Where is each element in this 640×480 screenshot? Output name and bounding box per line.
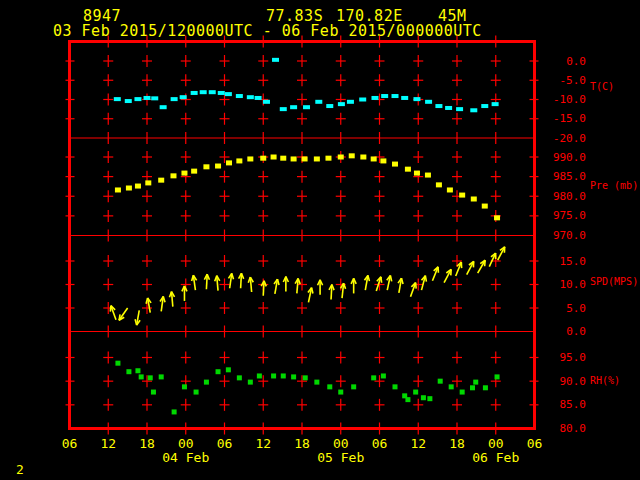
data-point-temperature bbox=[481, 104, 488, 108]
data-point-pressure bbox=[181, 171, 187, 176]
x-axis-date-label: 04 Feb bbox=[162, 451, 209, 464]
data-point-temperature bbox=[456, 107, 463, 111]
x-axis-tick-label: 18 bbox=[294, 437, 310, 450]
y-axis-label-relative_humidity: 95.0 bbox=[560, 352, 587, 363]
data-point-pressure bbox=[215, 164, 221, 169]
plot-line bbox=[110, 306, 111, 312]
x-axis-tick-label: 00 bbox=[488, 437, 504, 450]
data-point-temperature bbox=[347, 100, 354, 104]
data-point-pressure bbox=[170, 173, 176, 178]
data-point-pressure bbox=[349, 153, 355, 158]
data-point-pressure bbox=[226, 160, 232, 165]
x-axis-tick-label: 00 bbox=[333, 437, 349, 450]
x-axis-tick-label: 12 bbox=[255, 437, 271, 450]
x-axis-tick-label: 18 bbox=[449, 437, 465, 450]
x-axis-tick-label: 06 bbox=[217, 437, 233, 450]
data-point-relative_humidity bbox=[470, 385, 475, 390]
data-point-temperature bbox=[359, 98, 366, 102]
data-point-pressure bbox=[405, 167, 411, 172]
data-point-relative_humidity bbox=[159, 374, 164, 379]
y-axis-label-pressure: 990.0 bbox=[553, 152, 586, 163]
y-axis-label-relative_humidity: 80.0 bbox=[560, 423, 587, 434]
data-point-temperature bbox=[160, 105, 167, 109]
data-point-relative_humidity bbox=[303, 375, 308, 380]
data-point-temperature bbox=[263, 100, 270, 104]
data-point-relative_humidity bbox=[172, 409, 177, 414]
data-point-temperature bbox=[171, 97, 178, 101]
data-point-pressure bbox=[436, 182, 442, 187]
data-point-relative_humidity bbox=[483, 385, 488, 390]
data-point-pressure bbox=[459, 193, 465, 198]
data-point-relative_humidity bbox=[291, 374, 296, 379]
data-point-temperature bbox=[470, 108, 477, 112]
data-point-temperature bbox=[425, 100, 432, 104]
data-point-temperature bbox=[401, 96, 408, 100]
data-point-relative_humidity bbox=[381, 373, 386, 378]
data-point-pressure bbox=[447, 187, 453, 192]
x-axis-tick-label: 00 bbox=[178, 437, 194, 450]
data-point-temperature bbox=[151, 96, 158, 100]
data-point-relative_humidity bbox=[338, 390, 343, 395]
panel-unit-label-temperature: T(C) bbox=[590, 82, 614, 92]
data-point-temperature bbox=[392, 94, 399, 98]
data-point-pressure bbox=[360, 155, 366, 160]
data-point-temperature bbox=[315, 100, 322, 104]
data-point-temperature bbox=[191, 91, 198, 95]
y-axis-label-pressure: 985.0 bbox=[553, 171, 586, 182]
data-point-temperature bbox=[445, 106, 452, 110]
data-point-pressure bbox=[260, 156, 266, 161]
x-axis-tick-label: 06 bbox=[527, 437, 543, 450]
data-point-pressure bbox=[371, 156, 377, 161]
data-point-pressure bbox=[494, 215, 500, 220]
data-point-relative_humidity bbox=[182, 384, 187, 389]
data-point-pressure bbox=[338, 155, 344, 160]
data-point-relative_humidity bbox=[126, 369, 131, 374]
data-point-pressure bbox=[236, 158, 242, 163]
meteogram-plot bbox=[0, 0, 640, 480]
data-point-temperature bbox=[236, 94, 243, 98]
data-point-relative_humidity bbox=[351, 384, 356, 389]
data-point-temperature bbox=[209, 90, 216, 94]
data-point-relative_humidity bbox=[139, 374, 144, 379]
data-point-relative_humidity bbox=[115, 361, 120, 366]
data-point-temperature bbox=[247, 95, 254, 99]
data-point-pressure bbox=[380, 158, 386, 163]
data-point-pressure bbox=[135, 184, 141, 189]
y-axis-label-temperature: -5.0 bbox=[560, 75, 587, 86]
data-point-pressure bbox=[291, 156, 297, 161]
y-axis-label-temperature: 0.0 bbox=[566, 56, 586, 67]
data-point-relative_humidity bbox=[393, 384, 398, 389]
data-point-relative_humidity bbox=[421, 395, 426, 400]
data-point-pressure bbox=[314, 156, 320, 161]
y-axis-label-relative_humidity: 90.0 bbox=[560, 376, 587, 387]
data-point-relative_humidity bbox=[314, 380, 319, 385]
y-axis-label-wind_speed: 15.0 bbox=[560, 256, 587, 267]
data-point-relative_humidity bbox=[327, 384, 332, 389]
y-axis-label-wind_speed: 0.0 bbox=[566, 326, 586, 337]
data-point-temperature bbox=[326, 104, 333, 108]
data-point-temperature bbox=[134, 97, 141, 101]
data-point-relative_humidity bbox=[151, 390, 156, 395]
data-point-pressure bbox=[414, 171, 420, 176]
y-axis-label-relative_humidity: 85.0 bbox=[560, 399, 587, 410]
data-point-relative_humidity bbox=[473, 380, 478, 385]
meteogram-window: 8947 77.83S 170.82E 45M 03 Feb 2015/1200… bbox=[0, 0, 640, 480]
x-axis-tick-label: 06 bbox=[372, 437, 388, 450]
data-point-pressure bbox=[482, 204, 488, 209]
data-point-relative_humidity bbox=[237, 375, 242, 380]
y-axis-label-wind_speed: 10.0 bbox=[560, 279, 587, 290]
x-axis-date-label: 05 Feb bbox=[317, 451, 364, 464]
data-point-temperature bbox=[218, 91, 225, 95]
page-number: 2 bbox=[16, 463, 24, 476]
data-point-relative_humidity bbox=[248, 380, 253, 385]
y-axis-label-pressure: 970.0 bbox=[553, 230, 586, 241]
panel-unit-label-wind_speed: SPD(MPS) bbox=[590, 277, 638, 287]
data-point-pressure bbox=[471, 196, 477, 201]
data-point-relative_humidity bbox=[216, 369, 221, 374]
data-point-relative_humidity bbox=[135, 368, 140, 373]
data-point-relative_humidity bbox=[460, 390, 465, 395]
data-point-temperature bbox=[492, 102, 499, 106]
data-point-temperature bbox=[338, 102, 345, 106]
data-point-pressure bbox=[271, 155, 277, 160]
data-point-temperature bbox=[413, 97, 420, 101]
